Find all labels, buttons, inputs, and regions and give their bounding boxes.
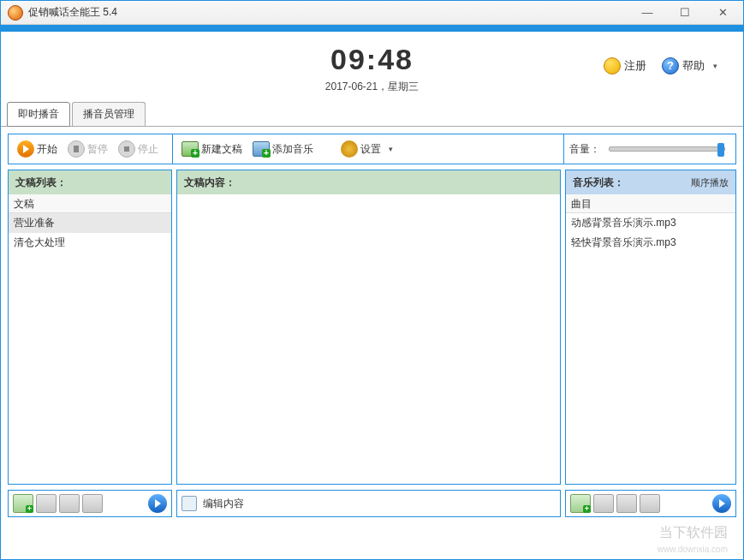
bottom-toolbar: 编辑内容 <box>8 490 736 517</box>
toolbar-volume: 音量： <box>564 134 735 164</box>
list-item[interactable]: 清仓大处理 <box>9 233 171 253</box>
edit-content-button[interactable]: 编辑内容 <box>203 497 244 511</box>
list-item[interactable]: 轻快背景音乐演示.mp3 <box>566 233 735 253</box>
document-list[interactable]: 营业准备 清仓大处理 <box>9 213 171 484</box>
play-music-button[interactable] <box>712 494 731 513</box>
music-up-button[interactable] <box>616 494 637 513</box>
document-list-panel: 文稿列表： 文稿 营业准备 清仓大处理 <box>8 170 172 485</box>
tab-announcer-management[interactable]: 播音员管理 <box>72 102 146 126</box>
add-music-button[interactable]: 添加音乐 <box>249 140 317 158</box>
add-music-item-button[interactable] <box>570 494 591 513</box>
pause-button[interactable]: 暂停 <box>64 139 111 159</box>
new-document-icon <box>182 141 199 157</box>
clock-block: 09:48 2017-06-21，星期三 <box>325 43 419 94</box>
help-icon: ? <box>662 57 679 74</box>
header-area: 09:48 2017-06-21，星期三 注册 ? 帮助 ▾ <box>1 32 743 104</box>
start-button[interactable]: 开始 <box>14 139 61 159</box>
music-column-header: 曲目 <box>566 194 735 213</box>
volume-slider[interactable] <box>609 146 725 152</box>
add-doc-button[interactable] <box>13 494 33 513</box>
tab-realtime-broadcast[interactable]: 即时播音 <box>7 102 70 127</box>
close-button[interactable]: ✕ <box>704 2 741 24</box>
minimize-button[interactable]: — <box>628 2 666 24</box>
chevron-down-icon: ▾ <box>389 145 393 153</box>
play-icon <box>17 140 34 158</box>
music-list-title: 音乐列表： <box>573 176 624 190</box>
app-icon <box>8 5 23 21</box>
window-title: 促销喊话全能王 5.4 <box>28 5 117 20</box>
volume-slider-thumb[interactable] <box>717 143 724 157</box>
add-music-icon <box>253 141 270 157</box>
music-list-panel: 音乐列表： 顺序播放 曲目 动感背景音乐演示.mp3 轻快背景音乐演示.mp3 <box>565 170 736 485</box>
toolbar-playback: 开始 暂停 停止 <box>9 134 173 164</box>
music-list-header-row: 音乐列表： 顺序播放 <box>566 170 735 194</box>
header-actions: 注册 ? 帮助 ▾ <box>604 57 717 74</box>
move-down-button[interactable] <box>82 494 103 513</box>
play-doc-button[interactable] <box>148 494 167 513</box>
gear-icon <box>341 140 358 158</box>
help-button[interactable]: ? 帮助 ▾ <box>662 57 717 74</box>
window-controls: — ☐ ✕ <box>628 2 741 24</box>
register-button[interactable]: 注册 <box>604 57 646 74</box>
maximize-button[interactable]: ☐ <box>666 2 704 24</box>
stop-button[interactable]: 停止 <box>115 139 162 159</box>
toolbar-document: 新建文稿 添加音乐 设置 ▾ <box>173 134 564 164</box>
chevron-down-icon: ▾ <box>713 62 717 70</box>
watermark-text: 当下软件园 <box>659 524 728 542</box>
remove-music-button[interactable] <box>593 494 614 513</box>
register-label: 注册 <box>624 58 646 74</box>
document-content-panel: 文稿内容： <box>176 170 561 485</box>
help-label: 帮助 <box>682 58 705 74</box>
list-item[interactable]: 动感背景音乐演示.mp3 <box>566 213 735 233</box>
toolbar: 开始 暂停 停止 新建文稿 添加音乐 <box>8 134 736 164</box>
document-content[interactable] <box>177 194 560 484</box>
stop-icon <box>118 140 135 158</box>
titlebar: 促销喊话全能王 5.4 — ☐ ✕ <box>1 1 743 25</box>
document-list-header: 文稿 <box>9 194 171 213</box>
document-content-title: 文稿内容： <box>177 170 560 194</box>
doc-list-actions <box>8 490 172 517</box>
music-down-button[interactable] <box>640 494 660 513</box>
music-list[interactable]: 动感背景音乐演示.mp3 轻快背景音乐演示.mp3 <box>566 213 735 484</box>
app-window: 促销喊话全能王 5.4 — ☐ ✕ 09:48 2017-06-21，星期三 注… <box>0 0 744 560</box>
move-up-button[interactable] <box>59 494 80 513</box>
document-list-title: 文稿列表： <box>9 170 171 194</box>
smiley-icon <box>604 57 621 74</box>
accent-strip <box>1 25 743 32</box>
watermark-url: www.downxia.com <box>658 545 728 554</box>
volume-label: 音量： <box>569 142 600 157</box>
list-item[interactable]: 营业准备 <box>9 213 171 233</box>
music-list-actions <box>565 490 736 517</box>
content-actions: 编辑内容 <box>176 490 561 517</box>
play-mode-button[interactable]: 顺序播放 <box>691 176 729 189</box>
columns: 文稿列表： 文稿 营业准备 清仓大处理 文稿内容： 音乐列表： 顺序播放 曲目 … <box>8 170 736 485</box>
settings-button[interactable]: 设置 ▾ <box>337 139 396 159</box>
pause-icon <box>68 140 85 158</box>
clock-date: 2017-06-21，星期三 <box>325 80 419 94</box>
main-content: 开始 暂停 停止 新建文稿 添加音乐 <box>1 127 743 524</box>
remove-doc-button[interactable] <box>36 494 57 513</box>
tabs-row: 即时播音 播音员管理 <box>1 104 743 127</box>
new-document-button[interactable]: 新建文稿 <box>178 140 246 158</box>
edit-icon <box>182 496 197 511</box>
clock-time: 09:48 <box>325 43 419 76</box>
